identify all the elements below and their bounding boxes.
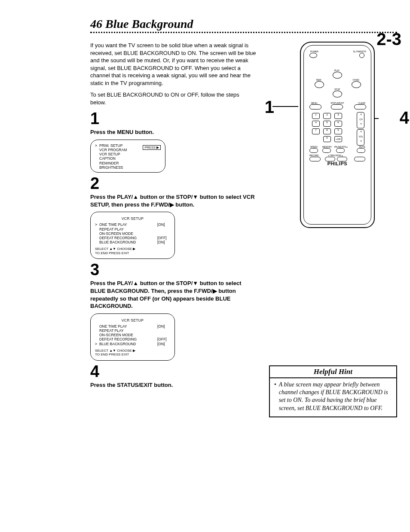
statusexit-button[interactable] bbox=[331, 104, 343, 109]
osd1-press-btn: PRESS ▶ bbox=[143, 145, 161, 150]
helpful-hint-box: Helpful Hint • A blue screen may appear … bbox=[269, 365, 397, 417]
page-title-text: Blue Background bbox=[105, 17, 193, 30]
vol-label: VOL bbox=[358, 135, 364, 138]
page-number: 46 bbox=[90, 17, 102, 30]
step-1-number: 1 bbox=[90, 110, 256, 127]
osd2-title: VCR SETUP bbox=[95, 216, 170, 221]
power-button[interactable] bbox=[309, 53, 317, 58]
vol-down[interactable]: ∨ bbox=[358, 140, 364, 144]
callout-4: 4 bbox=[400, 108, 409, 128]
osd3-footer2: TO END PRESS EXIT bbox=[95, 353, 170, 357]
step-4-text: Press the STATUS/EXIT button. bbox=[90, 381, 256, 389]
divider bbox=[90, 32, 397, 33]
plus-100[interactable]: +100 bbox=[334, 136, 342, 142]
num-9[interactable]: 9 bbox=[334, 128, 342, 134]
ch-down[interactable]: ∨ bbox=[358, 122, 364, 127]
slpower-button[interactable] bbox=[359, 53, 364, 58]
right-column: 2-3 1 4 POWER SL PWR/STP PLAY REW F.FWD bbox=[269, 42, 397, 417]
callout-2-3: 2-3 bbox=[376, 30, 401, 49]
osd-screen-1: PRESS ▶ >PRIM. SETUP VCR PROGRAM VCR SET… bbox=[90, 140, 165, 173]
mute-button[interactable] bbox=[357, 148, 365, 153]
step-2-text: Press the PLAY/▲ button or the STOP/▼ bu… bbox=[90, 193, 256, 208]
callout-line-1 bbox=[272, 106, 298, 107]
page-title: 46 Blue Background bbox=[90, 17, 397, 31]
callout-1: 1 bbox=[265, 97, 274, 117]
vol-up[interactable]: ∧ bbox=[358, 130, 364, 134]
num-4[interactable]: 4 bbox=[312, 121, 320, 127]
step-2-number: 2 bbox=[90, 175, 256, 192]
osd-screen-2: VCR SETUP >ONE TIME PLAY[ON] REPEAT PLAY… bbox=[90, 212, 175, 259]
intro-para-1: If you want the TV screen to be solid bl… bbox=[90, 42, 256, 87]
num-0[interactable]: 0 bbox=[323, 136, 331, 142]
num-6[interactable]: 6 bbox=[334, 121, 342, 127]
hint-title: Helpful Hint bbox=[270, 366, 396, 378]
step-3-number: 3 bbox=[90, 261, 256, 278]
num-7[interactable]: 7 bbox=[312, 128, 320, 134]
rew-button[interactable] bbox=[315, 81, 324, 88]
ch-label: CH bbox=[358, 118, 364, 121]
stop-button[interactable] bbox=[333, 91, 342, 97]
ch-up[interactable]: ∧ bbox=[358, 113, 364, 117]
hint-body: • A blue screen may appear briefly betwe… bbox=[270, 378, 396, 416]
left-column: If you want the TV screen to be solid bl… bbox=[90, 42, 256, 417]
osd2-footer1: SELECT ▲▼ CHOOSE ▶ bbox=[95, 247, 170, 251]
num-2[interactable]: 2 bbox=[323, 113, 331, 119]
remote-diagram: 2-3 1 4 POWER SL PWR/STP PLAY REW F.FWD bbox=[278, 42, 397, 228]
menu-button[interactable] bbox=[309, 104, 321, 109]
osd-screen-3: VCR SETUP ONE TIME PLAY[ON] REPEAT PLAY … bbox=[90, 313, 175, 361]
power-label: POWER bbox=[310, 50, 318, 53]
num-1[interactable]: 1 bbox=[312, 113, 320, 119]
num-5[interactable]: 5 bbox=[323, 121, 331, 127]
num-3[interactable]: 3 bbox=[334, 113, 342, 119]
osd3-footer1: SELECT ▲▼ CHOOSE ▶ bbox=[95, 349, 170, 353]
clear-button[interactable] bbox=[354, 104, 366, 109]
step-4-number: 4 bbox=[90, 363, 256, 380]
pause-button[interactable] bbox=[336, 148, 345, 153]
osd2-footer2: TO END PRESS EXIT bbox=[95, 251, 170, 255]
osd3-title: VCR SETUP bbox=[95, 318, 170, 322]
play-button[interactable] bbox=[333, 72, 342, 79]
memory-button[interactable] bbox=[322, 148, 331, 153]
step-1-text: Press the MENU button. bbox=[90, 128, 256, 136]
step-3-text: Press the PLAY/▲ button or the STOP/▼ bu… bbox=[90, 280, 256, 310]
hint-bullet-icon: • bbox=[274, 381, 276, 412]
ffwd-button[interactable] bbox=[352, 81, 361, 88]
remote-body: POWER SL PWR/STP PLAY REW F.FWD STOP MEN… bbox=[300, 42, 375, 228]
slpower-label: SL PWR/STP bbox=[353, 50, 366, 53]
num-8[interactable]: 8 bbox=[323, 128, 331, 134]
hint-text: A blue screen may appear briefly between… bbox=[279, 381, 392, 412]
remote-brand: PHILIPS bbox=[301, 161, 374, 166]
intro-para-2: To set BLUE BACKGROUND to ON or OFF, fol… bbox=[90, 91, 256, 106]
speed-button[interactable] bbox=[309, 148, 318, 153]
